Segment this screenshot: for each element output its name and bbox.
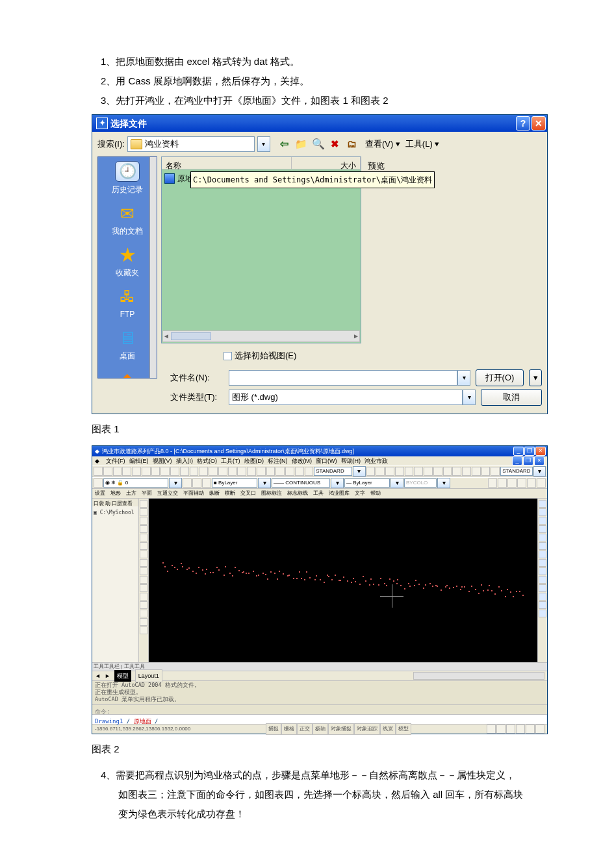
draw-tool-icon[interactable]: [140, 610, 147, 617]
tool-icon[interactable]: [305, 467, 314, 476]
child-restore-button[interactable]: ❐: [523, 456, 533, 465]
tray-icon[interactable]: [487, 725, 496, 734]
tool-icon[interactable]: [192, 478, 201, 488]
mode-snap[interactable]: 捕捉: [266, 723, 281, 735]
tool-icon[interactable]: [414, 467, 423, 476]
filename-input[interactable]: [229, 370, 457, 386]
mode-polar[interactable]: 极轴: [313, 723, 328, 735]
scroll-right-icon[interactable]: ►: [353, 330, 359, 343]
tool-icon[interactable]: [295, 467, 304, 476]
menu-file[interactable]: 文件(F): [106, 456, 125, 465]
tool-icon[interactable]: [237, 467, 246, 476]
back-icon[interactable]: ⇦: [277, 136, 292, 152]
tool-icon[interactable]: [424, 467, 433, 476]
tool-icon[interactable]: [180, 467, 189, 476]
cancel-button[interactable]: 取消: [481, 389, 542, 406]
tool-icon[interactable]: [462, 467, 471, 476]
delete-icon[interactable]: ✖: [327, 136, 343, 152]
tool-icon[interactable]: [517, 478, 526, 488]
menu-hongye[interactable]: 鸿业市政: [365, 456, 388, 465]
mode-toggles[interactable]: 捕捉 栅格 正交 极轴 对象捕捉 对象追踪 线宽 模型: [266, 723, 411, 735]
scroll-left-icon[interactable]: ◄: [163, 330, 170, 343]
draw-tool-icon[interactable]: [140, 593, 147, 601]
tool-icon[interactable]: [488, 478, 497, 488]
sheet-tabs[interactable]: ◄► 模型 Layout1: [92, 671, 547, 680]
places-desktop[interactable]: 🖥 桌面: [101, 325, 153, 366]
menu-window[interactable]: 窗口(W): [316, 456, 337, 465]
tool-icon[interactable]: [395, 467, 404, 476]
hmenu-item[interactable]: 纵断: [209, 489, 220, 498]
draw-tool-icon[interactable]: [140, 542, 147, 550]
mode-otrack[interactable]: 对象追踪: [354, 723, 380, 735]
dropdown-arrow-icon[interactable]: ▾: [331, 478, 344, 488]
dropdown-arrow-icon[interactable]: ▾: [390, 478, 403, 488]
tab-layout1[interactable]: Layout1: [135, 669, 162, 682]
command-history[interactable]: 正在打开 AutoCAD 2004 格式的文件。 正在重生成模型。 AutoCA…: [92, 680, 547, 704]
filename-dropdown-arrow[interactable]: ▾: [457, 370, 470, 386]
tool-icon[interactable]: [405, 467, 414, 476]
tool-icon[interactable]: [199, 467, 208, 476]
plotstyle-dropdown[interactable]: BYCOLO: [404, 478, 437, 488]
modify-tool-icon[interactable]: [539, 593, 546, 601]
drawing-canvas[interactable]: [149, 499, 537, 662]
menu-modify[interactable]: 修改(M): [292, 456, 313, 465]
modify-tool-icon[interactable]: [539, 584, 546, 592]
restore-button[interactable]: ❐: [524, 447, 535, 456]
tab-model[interactable]: 模型: [114, 670, 131, 682]
tool-icon[interactable]: [275, 467, 285, 476]
cad-toolbar-properties[interactable]: ◉ ❄ 🔓 0▾ ■ ByLayer▾ —— CONTINUOUS▾ — ByL…: [92, 477, 547, 489]
tool-icon[interactable]: [376, 467, 385, 476]
modify-tool-icon[interactable]: [539, 567, 546, 575]
lookin-dropdown-arrow[interactable]: ▾: [257, 136, 270, 152]
tray-icon[interactable]: [526, 725, 535, 734]
h-scrollbar[interactable]: [413, 672, 544, 680]
hmenu-item[interactable]: 帮助: [370, 489, 381, 498]
filetype-dropdown-arrow[interactable]: ▾: [463, 390, 476, 405]
tool-icon[interactable]: [160, 467, 170, 476]
mode-grid[interactable]: 栅格: [281, 723, 297, 735]
close-button[interactable]: ✕: [531, 116, 546, 130]
places-favorites[interactable]: ★ 收藏夹: [101, 242, 153, 283]
dropdown-arrow-icon[interactable]: ▾: [437, 478, 450, 488]
tool-icon[interactable]: [257, 467, 266, 476]
filetype-dropdown[interactable]: 图形 (*.dwg): [229, 390, 463, 405]
color-dropdown[interactable]: ■ ByLayer: [212, 478, 257, 488]
status-tray[interactable]: [487, 725, 544, 734]
open-button[interactable]: 打开(O): [476, 369, 524, 386]
file-list-header[interactable]: 名称 大小: [162, 157, 361, 169]
menu-help[interactable]: 帮助(H): [341, 456, 361, 465]
cad-menu-bar[interactable]: ◆ 文件(F) 编辑(E) 视图(V) 插入(I) 格式(O) 工具(T) 绘图…: [92, 456, 547, 465]
tray-icon[interactable]: [535, 725, 544, 734]
hmenu-item[interactable]: 地形: [110, 489, 121, 498]
close-button[interactable]: ×: [535, 447, 546, 456]
places-history[interactable]: 🕘 历史记录: [101, 157, 153, 200]
tool-icon[interactable]: [527, 478, 536, 488]
tool-icon[interactable]: [209, 467, 218, 476]
draw-tool-icon[interactable]: [140, 567, 147, 575]
draw-toolbar[interactable]: [139, 499, 149, 662]
hmenu-item[interactable]: 横断: [225, 489, 235, 498]
tool-icon[interactable]: [151, 467, 160, 476]
tool-icon[interactable]: [498, 478, 507, 488]
hmenu-item[interactable]: 工具: [313, 489, 324, 498]
dialog-titlebar[interactable]: ✦ 选择文件 ? ✕: [92, 115, 547, 132]
hmenu-item[interactable]: 交叉口: [240, 489, 256, 498]
modify-tool-icon[interactable]: [539, 601, 546, 609]
modify-tool-icon[interactable]: [539, 508, 546, 516]
modify-tool-icon[interactable]: [539, 576, 546, 584]
tray-icon[interactable]: [506, 725, 515, 734]
child-win-icon[interactable]: ◆: [95, 456, 99, 465]
menu-tools[interactable]: 工具(T): [221, 456, 240, 465]
child-minimize-button[interactable]: _: [512, 456, 522, 465]
dropdown-arrow-icon[interactable]: ▾: [533, 466, 546, 477]
hmenu-item[interactable]: 土方: [126, 489, 136, 498]
file-list[interactable]: 名称 大小 原地 C:\Documents and Settings\Admin…: [161, 156, 361, 343]
tool-icon[interactable]: [285, 467, 294, 476]
modify-toolbar[interactable]: [537, 499, 547, 662]
tool-icon[interactable]: [183, 478, 192, 488]
view-menu[interactable]: 查看(V) ▾: [365, 136, 400, 153]
left-panel[interactable]: 口袋 助 口层查看 ▣ C:\MySchool: [92, 499, 139, 662]
modify-tool-icon[interactable]: [539, 534, 546, 541]
draw-tool-icon[interactable]: [140, 517, 147, 525]
style-dropdown[interactable]: STANDARD: [314, 467, 352, 476]
